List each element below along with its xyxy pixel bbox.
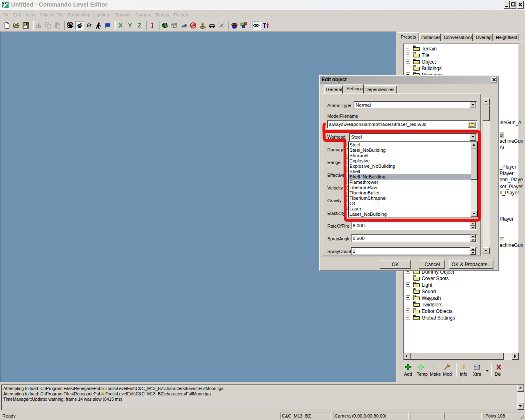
svg-text:X: X <box>119 22 123 29</box>
svg-text:?: ? <box>462 364 466 370</box>
svg-text:Y: Y <box>128 22 132 29</box>
svg-text:Z: Z <box>220 23 223 28</box>
svg-text:Z: Z <box>138 22 142 29</box>
